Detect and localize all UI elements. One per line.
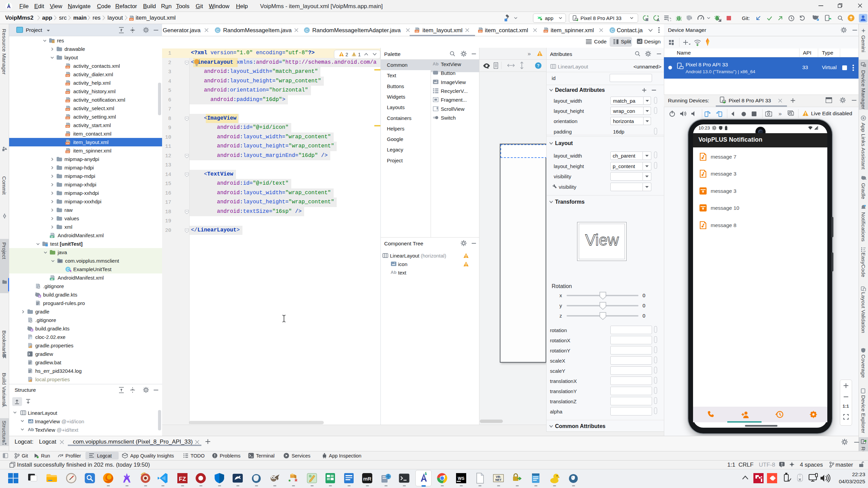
svg-text:C: C xyxy=(611,28,614,33)
svg-text:<>: <> xyxy=(66,92,69,94)
svg-text:<>: <> xyxy=(66,151,69,153)
svg-text:<>: <> xyxy=(479,30,481,33)
svg-text:<>: <> xyxy=(66,83,69,85)
svg-text:WS: WS xyxy=(458,476,464,481)
svg-text:<>: <> xyxy=(130,18,133,21)
svg-text:<>: <> xyxy=(66,66,69,68)
svg-text:FZ: FZ xyxy=(179,476,186,482)
svg-text:<>: <> xyxy=(66,75,69,77)
svg-text:<>: <> xyxy=(66,100,69,102)
svg-text:MF: MF xyxy=(51,278,54,280)
svg-text:K: K xyxy=(39,295,40,298)
svg-text:<>: <> xyxy=(66,142,69,145)
svg-text:C: C xyxy=(67,268,69,271)
svg-text:mR: mR xyxy=(363,476,371,482)
svg-text:<>: <> xyxy=(66,134,69,136)
svg-text:C: C xyxy=(305,28,308,33)
svg-text:<>: <> xyxy=(66,125,69,128)
svg-text:NET: NET xyxy=(495,478,502,482)
svg-text:?: ? xyxy=(537,63,539,68)
svg-text:<>: <> xyxy=(66,108,69,111)
svg-text:MF: MF xyxy=(51,236,54,238)
svg-text:<>: <> xyxy=(66,117,69,119)
svg-text:<>: <> xyxy=(415,30,418,33)
svg-text:K: K xyxy=(31,329,33,331)
svg-text:<>: <> xyxy=(544,30,547,33)
svg-text:C: C xyxy=(216,28,219,33)
svg-text:?: ? xyxy=(30,337,32,340)
svg-text:A: A xyxy=(657,18,659,21)
